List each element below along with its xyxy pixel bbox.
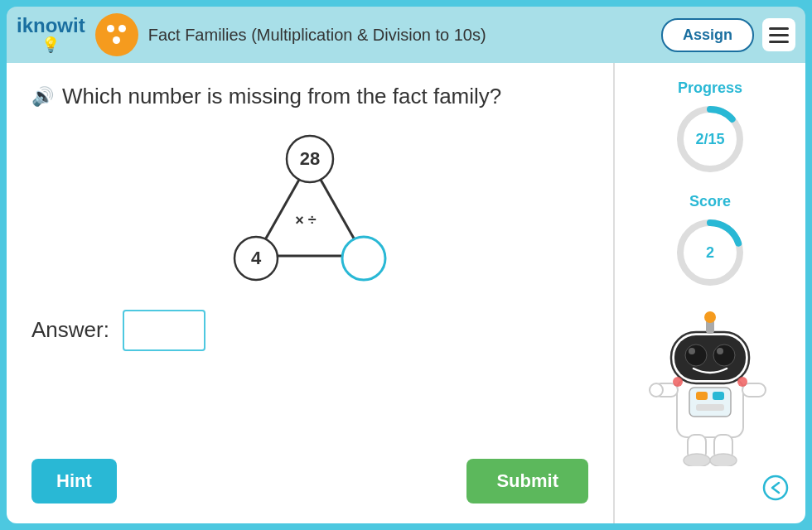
dot3 bbox=[113, 36, 120, 44]
svg-rect-14 bbox=[689, 388, 731, 417]
assign-button[interactable]: Assign bbox=[661, 18, 754, 52]
svg-rect-17 bbox=[696, 404, 724, 411]
svg-rect-15 bbox=[696, 392, 708, 400]
dot1 bbox=[107, 25, 114, 32]
progress-section: Progress 2/15 bbox=[673, 80, 747, 176]
lesson-title: Fact Families (Multiplication & Division… bbox=[148, 26, 651, 45]
lesson-icon bbox=[95, 13, 138, 56]
answer-input[interactable] bbox=[123, 310, 205, 351]
progress-circle: 2/15 bbox=[673, 102, 747, 176]
svg-point-8 bbox=[342, 237, 385, 280]
question-text: Which number is missing from the fact fa… bbox=[62, 83, 501, 111]
score-section: Score 2 bbox=[673, 193, 747, 290]
score-value: 2 bbox=[706, 244, 714, 262]
svg-text:× ÷: × ÷ bbox=[295, 212, 317, 229]
menu-button[interactable] bbox=[762, 18, 795, 51]
score-circle: 2 bbox=[673, 215, 747, 290]
question-panel: 🔊 Which number is missing from the fact … bbox=[7, 63, 615, 523]
logo: iknowit 💡 bbox=[17, 16, 85, 54]
svg-point-21 bbox=[713, 344, 735, 366]
svg-point-25 bbox=[704, 311, 716, 323]
svg-point-31 bbox=[684, 454, 710, 466]
svg-point-35 bbox=[764, 476, 787, 499]
svg-text:4: 4 bbox=[251, 248, 262, 268]
svg-point-22 bbox=[689, 348, 695, 354]
answer-area: Answer: bbox=[31, 310, 588, 351]
progress-label: Progress bbox=[678, 80, 742, 97]
svg-point-23 bbox=[717, 348, 723, 354]
svg-text:28: 28 bbox=[300, 148, 320, 169]
progress-value: 2/15 bbox=[695, 131, 724, 148]
hint-button[interactable]: Hint bbox=[31, 459, 117, 504]
svg-point-33 bbox=[673, 377, 683, 387]
dot2 bbox=[118, 25, 126, 32]
svg-point-32 bbox=[710, 454, 737, 466]
back-button[interactable] bbox=[762, 475, 789, 507]
menu-icon bbox=[769, 27, 789, 30]
svg-point-20 bbox=[685, 344, 707, 366]
sound-icon[interactable]: 🔊 bbox=[31, 86, 54, 108]
svg-rect-16 bbox=[713, 392, 724, 400]
sidebar: Progress 2/15 Score 2 bbox=[615, 63, 805, 523]
svg-rect-27 bbox=[742, 383, 766, 397]
score-label: Score bbox=[689, 193, 731, 210]
svg-point-34 bbox=[737, 377, 747, 387]
answer-label: Answer: bbox=[31, 317, 109, 343]
fact-family-diagram: 28 × ÷ 4 bbox=[31, 128, 588, 293]
svg-point-28 bbox=[650, 383, 663, 397]
robot-mascot bbox=[648, 306, 772, 466]
submit-button[interactable]: Submit bbox=[466, 459, 588, 504]
